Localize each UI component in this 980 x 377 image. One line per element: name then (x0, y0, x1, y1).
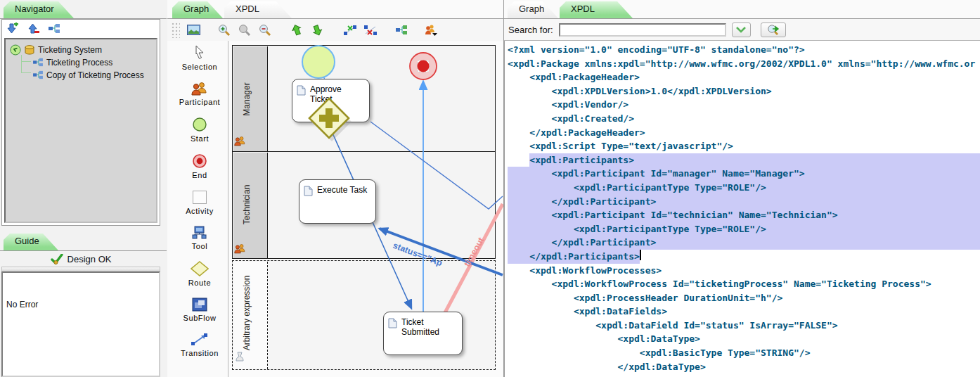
navigator-tree: Ticketing System Ticketing Process Copy … (4, 38, 157, 223)
palette-subflow[interactable]: SubFlow (172, 298, 227, 322)
activity-approve-ticket[interactable]: Approve Ticket (292, 79, 370, 122)
tab-graph[interactable]: Graph (508, 1, 558, 18)
zoom-out-icon[interactable] (258, 24, 272, 37)
zoom-in-icon[interactable] (217, 24, 231, 37)
tree-item-label: Ticketing Process (46, 58, 112, 68)
code-line: <xpdl:BasicType Type="STRING"/> (508, 346, 980, 360)
export-image-icon[interactable] (186, 24, 200, 37)
tree-layout-icon[interactable] (394, 24, 408, 37)
search-button[interactable] (761, 23, 786, 37)
tool-icon (191, 226, 208, 240)
tab-xpdl-view[interactable]: XPDL View (224, 1, 292, 18)
tree-item-process[interactable]: Ticketing Process (32, 56, 156, 68)
participant-icon (191, 82, 208, 96)
green-down-arrow-icon[interactable] (311, 24, 325, 37)
text-cursor (640, 250, 641, 260)
navigator-toolbar (5, 22, 61, 34)
transition-elbow[interactable] (370, 122, 503, 209)
participant-menu-icon[interactable] (424, 24, 438, 37)
move-down-icon[interactable] (5, 22, 19, 34)
process-icon (32, 58, 44, 67)
design-status-label: Design OK (67, 254, 112, 264)
divider (228, 41, 228, 377)
xpdl-view-panel: Graph XPDL View Search for: <?xml versio… (504, 0, 980, 377)
code-line: <xpdl:DataFields> (508, 305, 980, 319)
move-up-icon[interactable] (26, 22, 40, 34)
guide-message: No Error (6, 300, 38, 309)
toolbar-gripper[interactable] (172, 23, 180, 38)
code-line: <xpdl:WorkflowProcesses> (508, 264, 980, 278)
tab-navigator[interactable]: Navigator (4, 1, 74, 18)
palette-transition[interactable]: Transition (172, 333, 227, 357)
code-line-selected: <xpdl:Participant Id="technician" Name="… (508, 208, 980, 222)
palette-selection[interactable]: Selection (172, 45, 227, 71)
code-line: <xpdl:Vendor/> (508, 98, 980, 112)
tree-view-icon[interactable] (47, 22, 61, 34)
diagram-canvas[interactable]: Manager Technician Arbitrary expression (229, 42, 503, 377)
revert-badge-icon (10, 44, 21, 56)
palette-start[interactable]: Start (172, 117, 227, 143)
code-line: <xpdl:DataType> (508, 332, 980, 346)
code-line-selected: <xpdl:ParticipantType Type="ROLE"/> (508, 181, 980, 195)
palette-activity[interactable]: Activity (172, 190, 227, 215)
code-line-selection-start: <xpdl:Participants> (508, 153, 980, 167)
code-line: <?xml version="1.0" encoding="UTF-8" sta… (508, 43, 980, 57)
tree-item-process-copy[interactable]: Copy of Ticketing Process (32, 69, 156, 81)
tree-item-package[interactable]: Ticketing System (10, 44, 156, 56)
code-line: <xpdl:PackageHeader> (508, 70, 980, 84)
add-transition-point-icon[interactable] (343, 24, 357, 37)
palette-route[interactable]: Route (172, 261, 227, 287)
end-event-icon (192, 153, 207, 169)
activity-ticket-submitted[interactable]: Ticket Submitted (383, 312, 463, 355)
code-line: </xpdl:DataType> (508, 360, 980, 374)
zoom-actual-icon[interactable] (238, 24, 252, 37)
search-icon (767, 24, 780, 35)
process-icon (32, 70, 44, 79)
graph-editor-panel: Graph XPDL View (167, 0, 504, 377)
subflow-icon (192, 298, 207, 312)
tree-root-label: Ticketing System (38, 45, 102, 55)
palette-tool[interactable]: Tool (172, 226, 227, 250)
graph-toolbar (167, 19, 503, 41)
package-icon (24, 44, 35, 56)
code-line: </xpdl:PackageHeader> (508, 126, 980, 140)
code-line-selected: </xpdl:Participant> (508, 195, 980, 209)
code-line: <xpdl:Created/> (508, 112, 980, 126)
tab-graph-active[interactable]: Graph (172, 1, 223, 18)
graph-tab-label: Graph (183, 4, 209, 14)
remove-transition-point-icon[interactable] (363, 24, 378, 37)
palette-end[interactable]: End (172, 153, 227, 179)
tab-guide[interactable]: Guide (4, 234, 58, 250)
navigator-tab-label: Navigator (15, 4, 54, 14)
search-label: Search for: (508, 25, 553, 35)
tab-xpdl-view-active[interactable]: XPDL View (560, 1, 633, 18)
guide-tab-label: Guide (15, 236, 39, 246)
chevron-down-icon (736, 27, 746, 33)
search-input[interactable] (559, 23, 726, 37)
search-options-button[interactable] (732, 23, 751, 37)
code-line: <xpdl:Script Type="text/javascript"/> (508, 139, 980, 153)
check-icon (51, 254, 63, 264)
code-line-selected: <xpdl:ParticipantType Type="ROLE"/> (508, 222, 980, 236)
document-icon (297, 85, 306, 96)
activity-execute-task[interactable]: Execute Task (299, 179, 376, 224)
search-bar: Search for: (504, 19, 980, 41)
guide-header-strip (1, 267, 160, 271)
xpdl-source-editor[interactable]: <?xml version="1.0" encoding="UTF-8" sta… (504, 41, 980, 377)
code-line: <xpdl:ProcessHeader DurationUnit="h"/> (508, 291, 980, 305)
activity-label: Approve Ticket (310, 84, 365, 117)
tree-connector (21, 55, 31, 62)
palette-participant[interactable]: Participant (172, 82, 227, 106)
guide-message-box: No Error (1, 271, 160, 377)
code-line: <xpdl:WorkflowProcess Id="ticketingProce… (508, 277, 980, 291)
navigator-panel: Ticketing System Ticketing Process Copy … (1, 19, 160, 226)
activity-icon (192, 190, 207, 205)
code-line: <xpdl:XPDLVersion>1.0</xpdl:XPDLVersion> (508, 84, 980, 98)
cursor-icon (193, 45, 207, 60)
tree-connector (21, 62, 31, 73)
divider (0, 250, 167, 251)
code-line: <xpdl:Package xmlns:xpdl="http://www.wfm… (508, 57, 980, 71)
route-icon (191, 261, 209, 276)
green-up-arrow-icon[interactable] (290, 24, 304, 37)
code-line-selected: </xpdl:Participant> (508, 236, 980, 250)
